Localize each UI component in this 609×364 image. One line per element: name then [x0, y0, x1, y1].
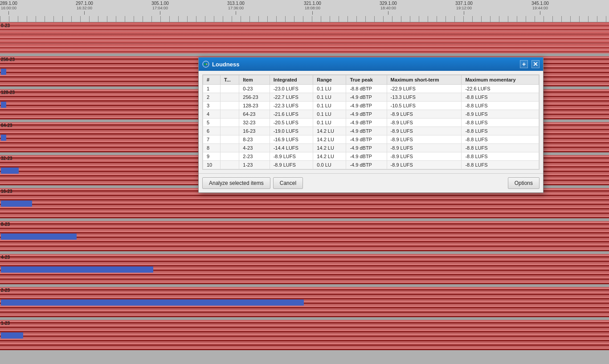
app-icon	[202, 61, 209, 68]
dialog-maximize-button[interactable]: +	[520, 60, 528, 68]
cell-num: 9	[203, 152, 221, 161]
table-row[interactable]: 4 64-23 -21.6 LUFS 0.1 LU -4.9 dBTP -8.9…	[203, 110, 539, 119]
cell-t	[221, 135, 239, 144]
cell-maxshort: -22.9 LUFS	[387, 85, 462, 93]
cell-item: 128-23	[239, 102, 270, 110]
loudness-table-container[interactable]: # T... Item Integrated Range True peak M…	[202, 74, 540, 170]
cell-truepeak: -4.9 dBTP	[346, 93, 387, 102]
cell-truepeak: -4.9 dBTP	[346, 161, 387, 169]
cell-truepeak: -4.9 dBTP	[346, 135, 387, 144]
options-button[interactable]: Options	[508, 177, 540, 189]
ruler-tick-3: 305.1.00 17:04:00	[151, 1, 169, 15]
cell-range: 14.2 LU	[313, 144, 346, 152]
table-row[interactable]: 2 256-23 -22.7 LUFS 0.1 LU -4.9 dBTP -13…	[203, 93, 539, 102]
cell-num: 7	[203, 135, 221, 144]
cell-range: 0.1 LU	[313, 93, 346, 102]
cell-maxshort: -13.3 LUFS	[387, 93, 462, 102]
cell-t	[221, 85, 239, 93]
cell-integrated: -16.9 LUFS	[270, 135, 313, 144]
cell-truepeak: -4.9 dBTP	[346, 152, 387, 161]
ruler-tick-6: 329.1.00 18:40:00	[380, 1, 397, 15]
ruler-tick-1: 289.1.00 16:00:00	[0, 1, 17, 15]
cell-range: 14.2 LU	[313, 127, 346, 135]
col-header-truepeak: True peak	[346, 75, 387, 85]
cell-num: 1	[203, 85, 221, 93]
cell-range: 0.1 LU	[313, 102, 346, 110]
table-row[interactable]: 3 128-23 -22.3 LUFS 0.1 LU -4.9 dBTP -10…	[203, 102, 539, 110]
cell-truepeak: -4.9 dBTP	[346, 102, 387, 110]
dialog-close-button[interactable]: ✕	[531, 60, 540, 68]
cell-t	[221, 102, 239, 110]
cell-maxmoment: -8.8 LUFS	[462, 127, 539, 135]
cell-truepeak: -4.9 dBTP	[346, 110, 387, 119]
cell-range: 14.2 LU	[313, 135, 346, 144]
cell-maxmoment: -22.6 LUFS	[462, 85, 539, 93]
cell-t	[221, 127, 239, 135]
ruler-tick-4: 313.1.00 17:36:00	[227, 1, 245, 15]
cell-maxshort: -8.9 LUFS	[387, 110, 462, 119]
cell-item: 64-23	[239, 110, 270, 119]
ruler-tick-8: 345.1.00 19:44:00	[531, 1, 549, 15]
cell-truepeak: -4.9 dBTP	[346, 119, 387, 127]
cell-range: 0.1 LU	[313, 119, 346, 127]
cell-maxshort: -8.9 LUFS	[387, 144, 462, 152]
table-header-row: # T... Item Integrated Range True peak M…	[203, 75, 539, 85]
col-header-range: Range	[313, 75, 346, 85]
col-header-num: #	[203, 75, 221, 85]
cell-item: 1-23	[239, 161, 270, 169]
track-8-23: 8-23	[0, 221, 609, 251]
cell-range: 0.0 LU	[313, 161, 346, 169]
cell-num: 4	[203, 110, 221, 119]
table-row[interactable]: 9 2-23 -8.9 LUFS 14.2 LU -4.9 dBTP -8.9 …	[203, 152, 539, 161]
table-row[interactable]: 1 0-23 -23.0 LUFS 0.1 LU -8.8 dBTP -22.9…	[203, 85, 539, 93]
cell-item: 32-23	[239, 119, 270, 127]
cell-t	[221, 110, 239, 119]
cell-item: 0-23	[239, 85, 270, 93]
cell-maxmoment: -8.8 LUFS	[462, 119, 539, 127]
minor-ticks	[0, 16, 609, 22]
cell-maxshort: -10.5 LUFS	[387, 102, 462, 110]
analyze-button[interactable]: Analyze selected items	[202, 177, 270, 189]
loudness-table: # T... Item Integrated Range True peak M…	[203, 75, 539, 169]
cell-item: 256-23	[239, 93, 270, 102]
table-row[interactable]: 7 8-23 -16.9 LUFS 14.2 LU -4.9 dBTP -8.9…	[203, 135, 539, 144]
dialog-title: Loudness	[212, 61, 239, 68]
cell-integrated: -22.7 LUFS	[270, 93, 313, 102]
cell-integrated: -20.5 LUFS	[270, 119, 313, 127]
cancel-button[interactable]: Cancel	[273, 177, 303, 189]
cell-range: 0.1 LU	[313, 85, 346, 93]
dialog-titlebar: Loudness + ✕	[199, 57, 543, 71]
col-header-integrated: Integrated	[270, 75, 313, 85]
cell-maxmoment: -8.8 LUFS	[462, 144, 539, 152]
table-row[interactable]: 5 32-23 -20.5 LUFS 0.1 LU -4.9 dBTP -8.9…	[203, 119, 539, 127]
cell-integrated: -8.9 LUFS	[270, 161, 313, 169]
col-header-t: T...	[221, 75, 239, 85]
cell-t	[221, 152, 239, 161]
table-row[interactable]: 6 16-23 -19.0 LUFS 14.2 LU -4.9 dBTP -8.…	[203, 127, 539, 135]
cell-item: 8-23	[239, 135, 270, 144]
cell-num: 8	[203, 144, 221, 152]
cell-integrated: -21.6 LUFS	[270, 110, 313, 119]
loudness-dialog: Loudness + ✕ # T... Item Integrated R	[198, 57, 544, 193]
cell-maxmoment: -8.8 LUFS	[462, 161, 539, 169]
cell-integrated: -22.3 LUFS	[270, 102, 313, 110]
cell-item: 2-23	[239, 152, 270, 161]
col-header-maxmoment: Maximum momentary	[462, 75, 539, 85]
cell-maxshort: -8.9 LUFS	[387, 135, 462, 144]
cell-maxshort: -8.9 LUFS	[387, 161, 462, 169]
cell-t	[221, 119, 239, 127]
table-row[interactable]: 8 4-23 -14.4 LUFS 14.2 LU -4.9 dBTP -8.9…	[203, 144, 539, 152]
cell-t	[221, 161, 239, 169]
cell-num: 2	[203, 93, 221, 102]
dialog-footer: Analyze selected items Cancel Options	[199, 173, 543, 192]
table-row[interactable]: 10 1-23 -8.9 LUFS 0.0 LU -4.9 dBTP -8.9 …	[203, 161, 539, 169]
col-header-maxshort: Maximum short-term	[387, 75, 462, 85]
track-0-23: 0-23	[0, 22, 609, 53]
cell-range: 14.2 LU	[313, 152, 346, 161]
col-header-item: Item	[239, 75, 270, 85]
ruler-tick-2: 297.1.00 16:32:00	[76, 1, 93, 15]
cell-maxshort: -8.9 LUFS	[387, 119, 462, 127]
cell-range: 0.1 LU	[313, 110, 346, 119]
ruler-tick-5: 321.1.00 18:08:00	[304, 1, 321, 15]
cell-truepeak: -4.9 dBTP	[346, 144, 387, 152]
